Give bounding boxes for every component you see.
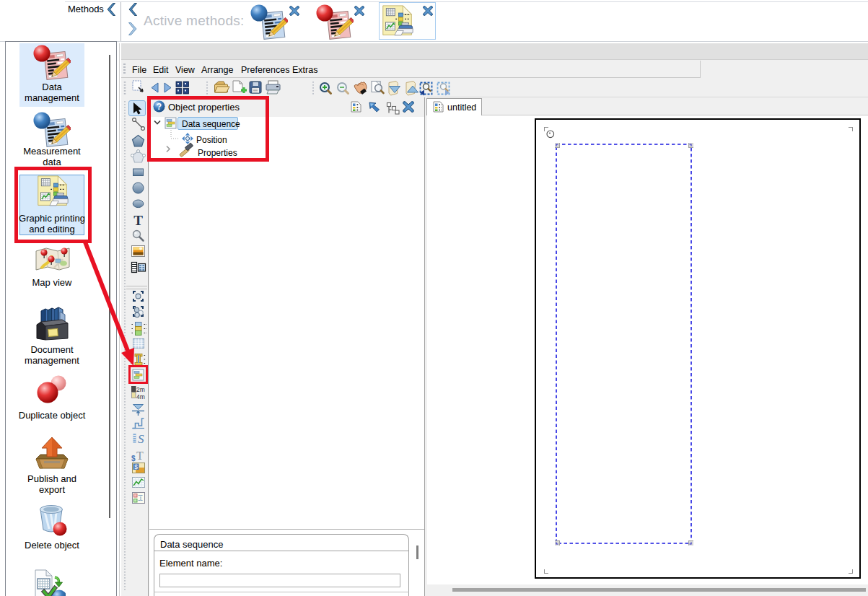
svg-text:$: $ [131, 455, 136, 463]
svg-text:2m: 2m [136, 386, 145, 393]
svg-text:$: $ [134, 463, 138, 470]
svg-text:T: T [133, 213, 143, 228]
svg-text:S: S [138, 432, 144, 446]
svg-text:4m: 4m [136, 393, 145, 400]
svg-text:T: T [136, 450, 144, 462]
